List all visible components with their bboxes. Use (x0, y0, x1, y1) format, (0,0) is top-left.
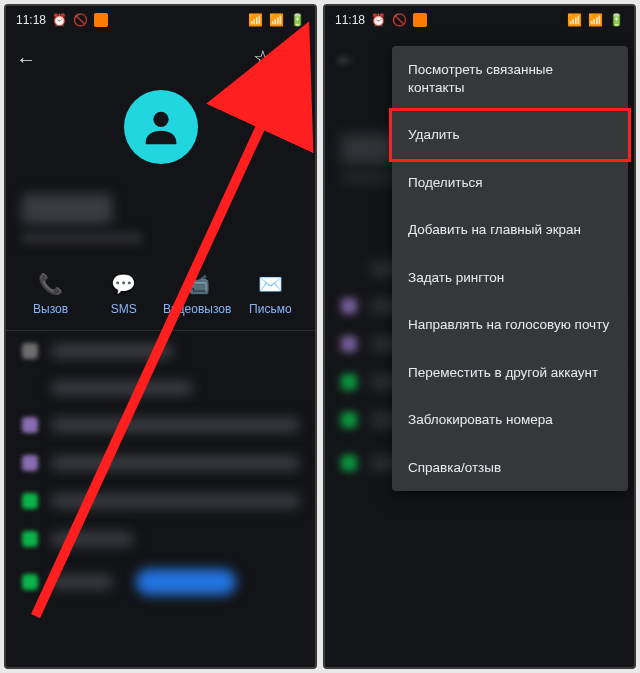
menu-add-home[interactable]: Добавить на главный экран (392, 206, 628, 254)
list-item (22, 531, 299, 547)
dnd-icon: 🚫 (73, 13, 88, 27)
call-label: Вызов (33, 302, 68, 316)
menu-view-linked[interactable]: Посмотреть связанные контакты (392, 46, 628, 111)
contact-origin-blurred (22, 232, 142, 244)
list-item (22, 381, 299, 395)
dnd-icon: 🚫 (392, 13, 407, 27)
menu-block[interactable]: Заблокировать номера (392, 396, 628, 444)
sms-icon: 💬 (111, 272, 136, 296)
alarm-icon: ⏰ (371, 13, 386, 27)
call-button[interactable]: 📞 Вызов (16, 272, 86, 316)
contact-name-blurred (22, 194, 112, 224)
status-time: 11:18 (335, 13, 365, 27)
notification-icon (94, 13, 108, 27)
status-bar: 11:18 ⏰ 🚫 📶 📶 🔋 (6, 6, 315, 34)
battery-icon: 🔋 (609, 13, 624, 27)
menu-move-account[interactable]: Переместить в другой аккаунт (392, 349, 628, 397)
svg-point-0 (153, 112, 168, 127)
menu-delete[interactable]: Удалить (389, 108, 631, 162)
email-label: Письмо (249, 302, 292, 316)
overflow-menu-button[interactable] (293, 46, 305, 72)
list-item (22, 343, 299, 359)
status-time: 11:18 (16, 13, 46, 27)
battery-icon: 🔋 (290, 13, 305, 27)
phone-left: 11:18 ⏰ 🚫 📶 📶 🔋 ← ☆ 📞 Вызов (4, 4, 317, 669)
video-button[interactable]: 📹 Видеовызов (162, 272, 232, 316)
back-button[interactable]: ← (335, 48, 355, 71)
contact-details-list (6, 331, 315, 607)
wifi-icon: 📶 (588, 13, 603, 27)
contact-name-section (6, 194, 315, 262)
signal-icon: 📶 (248, 13, 263, 27)
avatar-section (6, 84, 315, 194)
status-bar: 11:18 ⏰ 🚫 📶 📶 🔋 (325, 6, 634, 34)
wifi-icon: 📶 (269, 13, 284, 27)
phone-icon: 📞 (38, 272, 63, 296)
alarm-icon: ⏰ (52, 13, 67, 27)
sms-label: SMS (111, 302, 137, 316)
email-icon: ✉️ (258, 272, 283, 296)
back-button[interactable]: ← (16, 48, 36, 71)
contact-avatar (124, 90, 198, 164)
header-row: ← ☆ (6, 34, 315, 84)
menu-help[interactable]: Справка/отзыв (392, 444, 628, 492)
signal-icon: 📶 (567, 13, 582, 27)
list-item (22, 417, 299, 433)
notification-icon (413, 13, 427, 27)
list-item (22, 455, 299, 471)
favorite-button[interactable]: ☆ (253, 46, 273, 72)
email-button[interactable]: ✉️ Письмо (235, 272, 305, 316)
menu-set-ringtone[interactable]: Задать рингтон (392, 254, 628, 302)
list-item (22, 569, 299, 595)
video-icon: 📹 (185, 272, 210, 296)
phone-right: 11:18 ⏰ 🚫 📶 📶 🔋 ← 📞 (323, 4, 636, 669)
actions-row: 📞 Вызов 💬 SMS 📹 Видеовызов ✉️ Письмо (6, 262, 315, 331)
sms-button[interactable]: 💬 SMS (89, 272, 159, 316)
menu-share[interactable]: Поделиться (392, 159, 628, 207)
video-label: Видеовызов (163, 302, 231, 316)
overflow-menu: Посмотреть связанные контакты Удалить По… (392, 46, 628, 491)
menu-voicemail[interactable]: Направлять на голосовую почту (392, 301, 628, 349)
list-item (22, 493, 299, 509)
